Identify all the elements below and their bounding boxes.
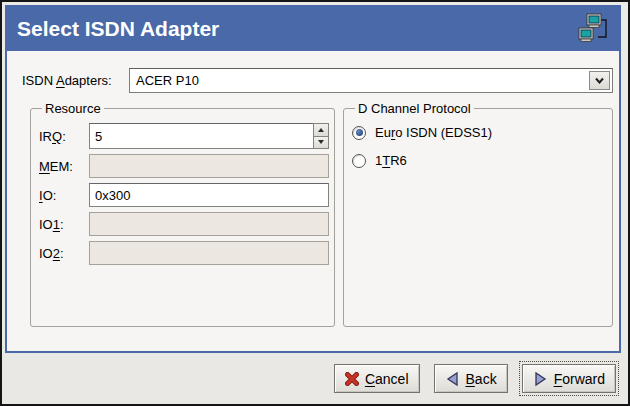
back-button[interactable]: Back (434, 364, 508, 393)
cancel-button[interactable]: Cancel (334, 364, 420, 393)
irq-row: IRQ: (39, 123, 329, 149)
isdn-adapter-combobox[interactable]: ACER P10 (129, 68, 613, 93)
irq-input[interactable] (89, 123, 313, 149)
forward-arrow-icon (533, 371, 548, 387)
cancel-x-icon (345, 372, 359, 386)
network-computers-icon (577, 13, 609, 45)
d-channel-protocol-legend: D Channel Protocol (355, 101, 474, 116)
forward-button-label: Forward (554, 371, 605, 387)
isdn-adapter-dialog: Select ISDN Adapter (0, 0, 630, 406)
resource-legend: Resource (42, 101, 104, 116)
back-arrow-icon (445, 371, 460, 387)
cancel-button-label: Cancel (365, 371, 409, 387)
dialog-frame: Select ISDN Adapter (5, 5, 621, 353)
combobox-dropdown-button[interactable] (589, 71, 610, 90)
resource-group: Resource IRQ: MEM: (30, 101, 335, 327)
titlebar: Select ISDN Adapter (7, 7, 619, 51)
irq-spin-controls (313, 123, 329, 149)
adapter-row: ISDN Adapters: ACER P10 (22, 68, 613, 93)
io-label: IO: (39, 188, 89, 203)
irq-label: IRQ: (39, 129, 89, 144)
mem-row: MEM: (39, 154, 329, 178)
radio-label-1tr6: 1TR6 (375, 153, 407, 168)
button-bar: Cancel Back Forward (2, 353, 628, 404)
radio-label-euro-isdn: Euro ISDN (EDSS1) (375, 125, 492, 140)
radio-unselected-icon (352, 154, 366, 168)
dialog-title: Select ISDN Adapter (17, 17, 219, 41)
d-channel-protocol-group: D Channel Protocol Euro ISDN (EDSS1) 1TR… (343, 101, 613, 327)
io2-label: IO2: (39, 246, 89, 261)
io1-input (89, 212, 329, 236)
back-button-label: Back (466, 371, 497, 387)
irq-spinbutton[interactable] (89, 123, 329, 149)
arrow-down-icon (318, 140, 324, 147)
io1-label: IO1: (39, 217, 89, 232)
io2-row: IO2: (39, 241, 329, 265)
chevron-down-icon (595, 77, 604, 84)
io1-row: IO1: (39, 212, 329, 236)
io2-input (89, 241, 329, 265)
radio-selected-icon (352, 126, 366, 140)
arrow-up-icon (318, 125, 324, 132)
isdn-adapters-label: ISDN Adapters: (22, 73, 129, 88)
radio-option-euro-isdn[interactable]: Euro ISDN (EDSS1) (352, 125, 607, 140)
io-row: IO: (39, 183, 329, 207)
combobox-selected-value: ACER P10 (130, 73, 199, 88)
spin-down-button[interactable] (314, 137, 328, 149)
radio-option-1tr6[interactable]: 1TR6 (352, 153, 607, 168)
forward-button[interactable]: Forward (522, 364, 616, 393)
mem-label: MEM: (39, 159, 89, 174)
io-input[interactable] (89, 183, 329, 207)
groups-row: Resource IRQ: MEM: (22, 101, 613, 327)
mem-input (89, 154, 329, 178)
dialog-content: ISDN Adapters: ACER P10 Resource IRQ: (7, 51, 619, 349)
spin-up-button[interactable] (314, 124, 328, 137)
